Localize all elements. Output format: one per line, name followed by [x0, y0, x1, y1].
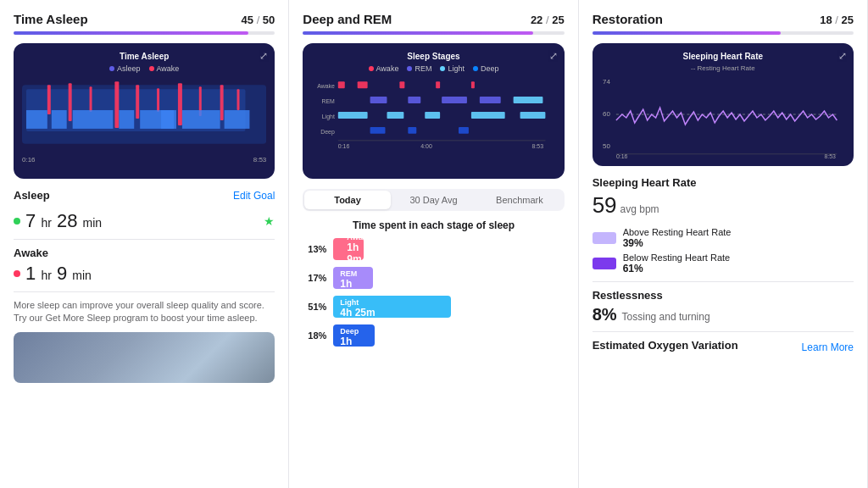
panel1-header: Time Asleep 45 / 50: [14, 12, 275, 26]
divider1: [14, 239, 275, 240]
svg-rect-17: [161, 110, 176, 129]
divider4: [593, 331, 854, 332]
panel-restoration: Restoration 18 / 25 Sleeping Heart Rate …: [579, 0, 868, 488]
star-icon: ★: [264, 214, 275, 228]
stage-deep-name: Deep: [340, 327, 368, 336]
hr-unit: avg bpm: [620, 203, 659, 215]
svg-rect-6: [136, 85, 139, 119]
svg-rect-11: [237, 89, 240, 110]
svg-rect-31: [514, 97, 543, 103]
panel1-progress-fill: [14, 31, 248, 35]
svg-text:Deep: Deep: [321, 129, 336, 136]
svg-text:8:53: 8:53: [824, 153, 836, 158]
stage-deep-bar: Deep 1h 34m: [333, 324, 375, 347]
panel3-chart: Sleeping Heart Rate -- Resting Heart Rat…: [593, 43, 854, 166]
sleep-image: [14, 332, 275, 383]
legend-awake: Awake: [149, 64, 180, 73]
panel2-chart: Sleep Stages Awake REM Light Deep ⤢ Awak…: [303, 43, 564, 179]
stage-row-deep: 18% Deep 1h 34m: [303, 324, 564, 347]
stage-awake-bar: Awake 1h 9m: [333, 238, 363, 260]
above-resting-label: Above Resting Heart Rate: [623, 227, 732, 237]
divider3: [593, 281, 854, 282]
evo-row: Estimated Oxygen Variation Learn More: [593, 339, 854, 355]
stage-deep-pct: 18%: [303, 330, 326, 341]
panel-time-asleep: Time Asleep 45 / 50 Time Asleep Asleep A…: [0, 0, 289, 488]
edit-goal-button[interactable]: Edit Goal: [233, 190, 275, 202]
svg-rect-3: [69, 83, 72, 121]
hr-chart-svg: 74 60 50 0:16 8:53: [601, 74, 845, 158]
svg-rect-25: [471, 81, 475, 88]
asleep-value: 7 hr 28 min: [25, 210, 102, 232]
stage-row-awake: 13% Awake 1h 9m: [303, 238, 564, 260]
svg-rect-22: [358, 81, 368, 88]
svg-text:Awake: Awake: [317, 83, 335, 89]
panel1-time-labels: 0:16 8:53: [22, 156, 266, 164]
svg-rect-7: [157, 88, 159, 112]
stage-rem-name: REM: [340, 269, 365, 278]
svg-text:Light: Light: [322, 114, 335, 120]
tab-today[interactable]: Today: [304, 191, 390, 209]
tab-benchmark[interactable]: Benchmark: [476, 191, 562, 209]
expand-icon[interactable]: ⤢: [259, 50, 268, 62]
legend-asleep: Asleep: [109, 64, 141, 73]
hr-stat-block: Sleeping Heart Rate 59 avg bpm: [593, 176, 854, 219]
svg-rect-27: [370, 97, 387, 103]
panel2-chart-legend: Awake REM Light Deep: [311, 64, 555, 73]
stage-light-name: Light: [340, 298, 444, 307]
svg-rect-34: [387, 112, 404, 119]
svg-rect-19: [225, 110, 250, 129]
divider2: [14, 291, 275, 292]
stage-section-title: Time spent in each stage of sleep: [303, 219, 564, 231]
svg-rect-23: [400, 81, 405, 88]
above-resting-row: Above Resting Heart Rate 39%: [593, 227, 854, 249]
stage-deep-time: 1h 34m: [340, 336, 368, 347]
svg-rect-40: [409, 127, 417, 134]
below-resting-label: Below Resting Heart Rate: [623, 252, 731, 263]
hr-chart-subtitle: -- Resting Heart Rate: [601, 64, 845, 72]
above-resting-box: [593, 232, 616, 244]
stage-rem-time: 1h 29m: [340, 278, 365, 289]
svg-rect-41: [459, 127, 469, 134]
stage-awake-time: 1h 9m: [347, 241, 363, 260]
expand-icon-3[interactable]: ⤢: [838, 50, 847, 62]
panel3-progress-bg: [593, 31, 854, 35]
svg-text:60: 60: [603, 110, 610, 118]
tip-text: More sleep can improve your overall slee…: [14, 299, 275, 325]
tab-bar: Today 30 Day Avg Benchmark: [303, 189, 564, 211]
below-resting-pct: 61%: [623, 263, 731, 274]
panel1-score: 45 / 50: [242, 14, 275, 26]
svg-rect-21: [338, 81, 345, 88]
panel2-header: Deep and REM 22 / 25: [303, 12, 564, 26]
panel3-chart-title: Sleeping Heart Rate: [601, 52, 845, 61]
panel2-title: Deep and REM: [303, 12, 392, 26]
svg-rect-4: [90, 86, 92, 112]
stage-light-pct: 51%: [303, 302, 326, 312]
stage-rem-bar: REM 1h 29m: [333, 267, 372, 289]
below-resting-row: Below Resting Heart Rate 61%: [593, 252, 854, 274]
expand-icon-2[interactable]: ⤢: [549, 50, 558, 62]
panel2-score: 22 / 25: [531, 14, 565, 26]
panel1-chart-title: Time Asleep: [22, 52, 266, 61]
panel1-progress-bg: [14, 31, 275, 35]
panel2-chart-title: Sleep Stages: [311, 52, 555, 61]
svg-text:50: 50: [603, 142, 610, 150]
stage-light-bar: Light 4h 25m: [333, 296, 451, 318]
svg-rect-15: [119, 110, 134, 129]
svg-rect-33: [338, 112, 368, 119]
restlessness-pct: 8%: [593, 305, 617, 324]
tab-30day[interactable]: 30 Day Avg: [391, 191, 476, 209]
svg-text:74: 74: [603, 78, 610, 86]
stage-light-time: 4h 25m: [340, 307, 444, 318]
learn-more-link[interactable]: Learn More: [802, 341, 854, 353]
panel3-title: Restoration: [593, 12, 663, 26]
restlessness-label: Tossing and turning: [622, 311, 710, 323]
awake-value: 1 hr 9 min: [25, 263, 92, 285]
below-resting-box: [593, 258, 616, 269]
svg-rect-13: [52, 110, 67, 129]
restlessness-row: 8% Tossing and turning: [593, 305, 854, 324]
svg-rect-29: [442, 97, 467, 103]
svg-rect-24: [436, 81, 440, 88]
panel3-score: 18 / 25: [820, 14, 854, 26]
hr-section-title: Sleeping Heart Rate: [593, 176, 854, 189]
svg-rect-28: [409, 97, 421, 103]
